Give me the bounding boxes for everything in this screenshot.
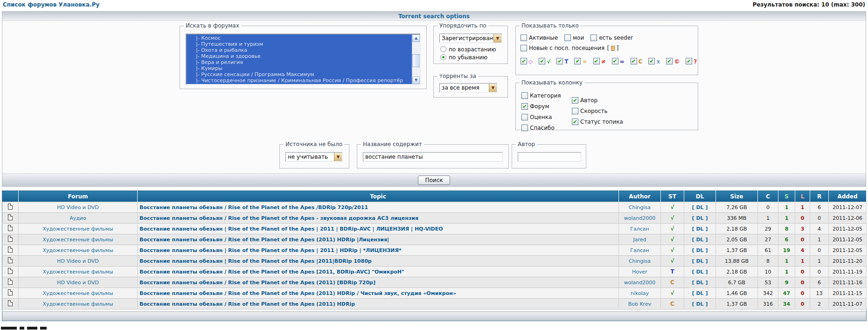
- checkbox-icon[interactable]: [521, 92, 528, 99]
- checkbox-icon[interactable]: [564, 35, 571, 41]
- dropdown-arrow-icon[interactable]: ▼: [489, 84, 497, 92]
- status-filter-option[interactable]: ✔©: [666, 56, 680, 65]
- download-link[interactable]: [ DL ]: [692, 301, 708, 307]
- forum-list-item[interactable]: |- Медицина и здоровье: [187, 53, 411, 59]
- author-link[interactable]: Bob Krev: [628, 301, 652, 307]
- checkbox-icon[interactable]: ✔: [521, 58, 527, 64]
- document-icon[interactable]: [8, 300, 13, 306]
- download-link[interactable]: [ DL ]: [692, 280, 708, 286]
- show-column-option[interactable]: Оценка: [521, 112, 561, 121]
- checkbox-icon[interactable]: ✔: [686, 58, 692, 64]
- forum-link[interactable]: HD Video и DVD: [57, 204, 98, 211]
- checkbox-icon[interactable]: [590, 35, 597, 41]
- topic-link[interactable]: Восстание планеты обезьян / Rise of the …: [139, 290, 456, 296]
- show-only-option[interactable]: мои: [564, 33, 584, 42]
- checkbox-icon[interactable]: [521, 45, 527, 51]
- forum-list-item[interactable]: |- Путешествия и туризм: [187, 41, 411, 47]
- topic-link[interactable]: Восстание планеты обезьян / Rise of the …: [139, 280, 375, 286]
- forum-listbox[interactable]: |- Космос|- Путешествия и туризм|- Охота…: [186, 34, 421, 85]
- author-link[interactable]: Галсан: [630, 226, 649, 232]
- forum-link[interactable]: Художественные фильмы: [42, 301, 113, 307]
- topic-link[interactable]: Восстание планеты обезьян / Rise of the …: [139, 215, 418, 221]
- checkbox-icon[interactable]: ✔: [612, 58, 618, 64]
- topic-link[interactable]: Восстание планеты обезьян / Rise of the …: [139, 204, 368, 211]
- show-column-option[interactable]: ✔Статус топика: [572, 117, 623, 126]
- status-filter-option[interactable]: ✔x: [648, 56, 660, 65]
- checkbox-icon[interactable]: ✔: [593, 58, 600, 64]
- new-since-visit-option[interactable]: Новые с посл. посещения [ ]: [521, 43, 618, 52]
- status-filter-option[interactable]: ✔√: [539, 56, 550, 65]
- document-icon[interactable]: [8, 246, 13, 253]
- show-column-option[interactable]: Категория: [521, 91, 561, 99]
- author-link[interactable]: woland2000: [624, 280, 655, 286]
- source-select[interactable]: не учитывать ▼: [285, 152, 342, 161]
- title-contains-input[interactable]: [363, 152, 503, 161]
- document-icon[interactable]: [8, 204, 13, 210]
- time-range-select[interactable]: за все время ▼: [439, 83, 497, 92]
- status-filter-option[interactable]: ✔?: [686, 56, 697, 65]
- status-filter-option[interactable]: ✔≈: [574, 56, 587, 65]
- scrollbar-thumb[interactable]: [412, 54, 420, 67]
- checkbox-icon[interactable]: ✔: [574, 58, 581, 64]
- forum-link[interactable]: Художественные фильмы: [42, 290, 113, 296]
- forum-link[interactable]: Художественные фильмы: [42, 269, 113, 275]
- show-column-option[interactable]: ✔Форум: [521, 101, 561, 110]
- topic-link[interactable]: Восстание планеты обезьян / Rise of the …: [139, 269, 404, 275]
- show-column-option[interactable]: ✔Автор: [572, 95, 623, 104]
- checkbox-icon[interactable]: ✔: [631, 58, 637, 64]
- author-link[interactable]: Галсан: [630, 247, 649, 253]
- sort-ascending-option[interactable]: по возрастанию: [440, 46, 496, 53]
- download-link[interactable]: [ DL ]: [692, 269, 708, 275]
- forum-link[interactable]: Аудио: [69, 215, 86, 221]
- author-link[interactable]: Chingisa: [629, 204, 651, 211]
- author-link[interactable]: Chingisa: [629, 258, 651, 264]
- topic-link[interactable]: Восстание планеты обезьян | Rise of the …: [139, 258, 372, 264]
- download-link[interactable]: [ DL ]: [692, 258, 708, 264]
- forum-list-item[interactable]: |- Космос: [187, 35, 411, 41]
- checkbox-icon[interactable]: ✔: [556, 58, 563, 64]
- checkbox-icon[interactable]: [572, 108, 578, 114]
- checkbox-icon[interactable]: ✔: [572, 119, 578, 125]
- download-link[interactable]: [ DL ]: [692, 215, 708, 221]
- forum-list-item[interactable]: |- Русские сенсации / Программа Максимум: [187, 71, 411, 77]
- forum-list-breadcrumb[interactable]: Список форумов Улановка.Ру: [3, 1, 99, 8]
- download-link[interactable]: [ DL ]: [692, 290, 708, 296]
- topic-link[interactable]: Восстание планеты обезьян | Rise of the …: [139, 226, 443, 232]
- radio-icon[interactable]: [440, 46, 446, 52]
- topic-link[interactable]: Восстание планеты обезьян / Rise of the …: [139, 301, 355, 307]
- document-icon[interactable]: [8, 236, 13, 242]
- document-icon[interactable]: [8, 279, 13, 285]
- listbox-scrollbar[interactable]: ▲ ▼: [412, 35, 420, 84]
- document-icon[interactable]: [8, 289, 13, 295]
- forum-list-item[interactable]: |- Охота и рыбалка: [187, 47, 411, 53]
- author-input[interactable]: [518, 152, 581, 161]
- order-by-select[interactable]: Зарегистрирован ▼: [439, 34, 502, 43]
- author-link[interactable]: woland2000: [624, 215, 655, 221]
- show-only-option[interactable]: Активные: [521, 33, 558, 42]
- download-link[interactable]: [ DL ]: [692, 204, 708, 211]
- forum-link[interactable]: Художественные фильмы: [42, 247, 113, 253]
- forum-link[interactable]: Художественные фильмы: [42, 226, 113, 232]
- forum-link[interactable]: HD Video и DVD: [57, 258, 98, 264]
- show-column-option[interactable]: Скорость: [572, 106, 623, 115]
- forum-link[interactable]: Художественные фильмы: [42, 237, 113, 243]
- checkbox-icon[interactable]: ✔: [539, 58, 545, 64]
- checkbox-icon[interactable]: ✔: [666, 58, 673, 64]
- checkbox-icon[interactable]: ✔: [572, 97, 578, 104]
- status-filter-option[interactable]: ✔C: [631, 56, 643, 65]
- scroll-up-icon[interactable]: ▲: [412, 35, 420, 42]
- checkbox-icon[interactable]: [521, 125, 528, 131]
- document-icon[interactable]: [8, 268, 13, 274]
- forum-list-item[interactable]: |- Чистосердечное признание / Криминальн…: [187, 77, 411, 84]
- author-link[interactable]: Jared: [633, 237, 646, 243]
- status-filter-option[interactable]: ✔∞: [612, 56, 625, 65]
- topic-link[interactable]: Восстание планеты обезьян / Rise of the …: [139, 237, 389, 243]
- status-filter-option[interactable]: ✔≠: [593, 56, 606, 65]
- download-link[interactable]: [ DL ]: [692, 247, 708, 253]
- download-link[interactable]: [ DL ]: [692, 237, 708, 243]
- document-icon[interactable]: [8, 214, 13, 220]
- checkbox-icon[interactable]: ✔: [521, 103, 528, 110]
- dropdown-arrow-icon[interactable]: ▼: [493, 34, 501, 42]
- dropdown-arrow-icon[interactable]: ▼: [334, 153, 342, 161]
- status-filter-option[interactable]: ✔T: [556, 56, 568, 65]
